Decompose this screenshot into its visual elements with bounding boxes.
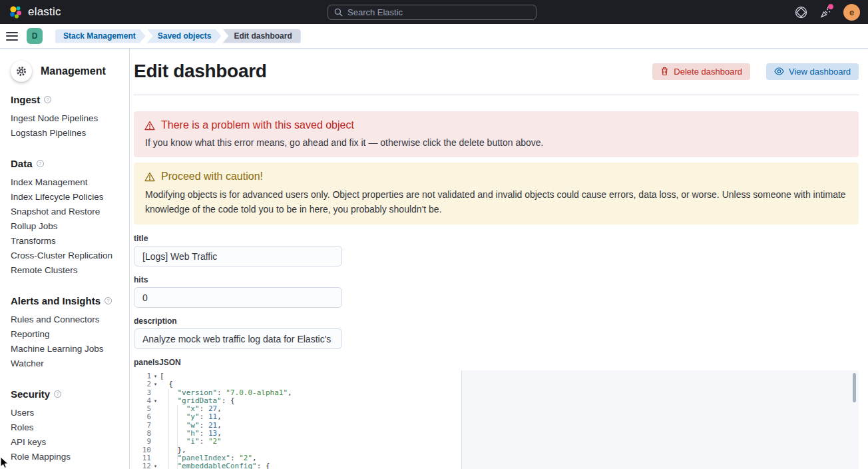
sidebar-section-heading: Ingest? <box>11 94 122 105</box>
mouse-cursor <box>0 456 9 469</box>
fold-spacer <box>151 389 160 397</box>
global-search-input[interactable]: Search Elastic <box>327 5 537 20</box>
caution-callout: Proceed with caution! Modifying objects … <box>134 163 859 225</box>
form-row: title <box>134 234 859 266</box>
title-field[interactable] <box>134 246 342 266</box>
fold-spacer <box>151 446 160 454</box>
editor-line: 6 "y": 11, <box>134 413 859 421</box>
line-number: 6 <box>134 413 151 421</box>
fold-spacer <box>151 405 160 413</box>
form-row: hits <box>134 275 859 308</box>
sidebar-item-users[interactable]: Users <box>11 406 122 420</box>
search-placeholder: Search Elastic <box>347 7 403 17</box>
line-number: 2 <box>134 380 151 388</box>
sidebar-item-rollup-jobs[interactable]: Rollup Jobs <box>11 219 122 234</box>
editor-line: 5 "x": 27, <box>134 405 859 413</box>
header-divider <box>134 95 859 95</box>
delete-dashboard-button[interactable]: Delete dashboard <box>652 63 750 80</box>
fold-arrow-icon[interactable]: ▾ <box>151 380 160 388</box>
editor-line: 1▾[ <box>134 372 859 380</box>
elastic-home-link[interactable]: elastic <box>8 5 61 19</box>
help-ring-icon: ? <box>37 160 44 167</box>
breadcrumb-item: Edit dashboard <box>222 29 300 43</box>
search-icon <box>334 8 343 17</box>
help-ring-icon: ? <box>44 96 51 103</box>
breadcrumb-item[interactable]: Saved objects <box>147 29 222 43</box>
sidebar-item-api-keys[interactable]: API keys <box>11 435 122 450</box>
sidebar-section: Alerts and Insights?Rules and Connectors… <box>11 295 122 371</box>
sidebar-item-rules-and-connectors[interactable]: Rules and Connectors <box>11 312 122 327</box>
gear-icon <box>11 61 32 82</box>
description-label: description <box>134 316 859 326</box>
sidebar-item-transforms[interactable]: Transforms <box>11 234 122 248</box>
hits-field[interactable] <box>134 287 342 308</box>
panels-json-editor[interactable]: 1▾[2▾ {3 "version": "7.0.0-alpha1",4▾ "g… <box>134 370 859 469</box>
sidebar-item-cross-cluster-replication[interactable]: Cross-Cluster Replication <box>11 248 122 263</box>
error-callout-title: There is a problem with this saved objec… <box>161 119 354 131</box>
editor-line: 8 "h": 13, <box>134 430 859 438</box>
page-title: Edit dashboard <box>134 61 267 82</box>
sidebar-item-watcher[interactable]: Watcher <box>11 356 122 371</box>
user-avatar[interactable]: e <box>843 4 860 21</box>
deployment-icon[interactable] <box>794 5 807 19</box>
fold-spacer <box>151 438 160 446</box>
editor-scrollbar[interactable] <box>853 373 856 402</box>
elastic-logo-icon <box>8 5 23 19</box>
sidebar-item-roles[interactable]: Roles <box>11 420 122 435</box>
sidebar-item-role-mappings[interactable]: Role Mappings <box>11 450 122 464</box>
help-ring-icon: ? <box>105 297 112 304</box>
management-sidebar: Management Ingest?Ingest Node PipelinesL… <box>0 49 130 469</box>
top-header: elastic Search Elastic <box>0 0 868 24</box>
space-avatar[interactable]: D <box>27 28 43 44</box>
help-ring-icon: ? <box>54 390 61 398</box>
sidebar-item-machine-learning-jobs[interactable]: Machine Learning Jobs <box>11 342 122 356</box>
sidebar-item-snapshot-and-restore[interactable]: Snapshot and Restore <box>11 205 122 219</box>
error-callout-body: If you know what this error means, go ah… <box>144 136 848 149</box>
warning-icon <box>144 121 155 131</box>
sidebar-item-index-lifecycle-policies[interactable]: Index Lifecycle Policies <box>11 190 122 205</box>
error-callout: There is a problem with this saved objec… <box>134 111 859 157</box>
sidebar-item-remote-clusters[interactable]: Remote Clusters <box>11 263 122 278</box>
editor-line: 9 "i": "2" <box>134 438 859 446</box>
sidebar-title: Management <box>41 65 106 77</box>
view-dashboard-label: View dashboard <box>789 67 851 77</box>
panels-json-label: panelsJSON <box>134 358 859 367</box>
editor-line: 3 "version": "7.0.0-alpha1", <box>134 389 859 397</box>
form-row: description <box>134 316 859 349</box>
newsfeed-icon[interactable] <box>819 5 832 19</box>
description-field[interactable] <box>134 328 342 349</box>
saved-object-form: titlehitsdescription <box>134 234 859 349</box>
sidebar-item-ingest-node-pipelines[interactable]: Ingest Node Pipelines <box>11 111 122 126</box>
menu-icon[interactable] <box>6 32 18 41</box>
caution-callout-title: Proceed with caution! <box>161 171 263 183</box>
line-number: 9 <box>134 438 151 446</box>
editor-line: 4▾ "gridData": { <box>134 397 859 405</box>
breadcrumb-bar: D Stack ManagementSaved objectsEdit dash… <box>0 24 868 49</box>
sidebar-item-reporting[interactable]: Reporting <box>11 327 122 342</box>
fold-spacer <box>151 430 160 438</box>
caution-callout-body: Modifying objects is for advanced users … <box>144 187 848 217</box>
trash-icon <box>660 67 669 76</box>
hits-label: hits <box>134 275 859 284</box>
breadcrumb-item[interactable]: Stack Management <box>55 29 146 43</box>
fold-spacer <box>151 454 160 462</box>
warning-icon <box>144 172 155 182</box>
fold-spacer <box>151 413 160 421</box>
brand-name: elastic <box>28 5 61 19</box>
fold-arrow-icon[interactable]: ▾ <box>151 462 160 469</box>
sidebar-section-heading: Alerts and Insights? <box>11 295 122 306</box>
main-content: Edit dashboard Delete dashboard <box>130 49 868 469</box>
editor-line: 7 "w": 21, <box>134 422 859 430</box>
fold-arrow-icon[interactable]: ▾ <box>151 397 160 405</box>
sidebar-section-heading: Security? <box>11 388 122 400</box>
sidebar-item-logstash-pipelines[interactable]: Logstash Pipelines <box>11 126 122 141</box>
sidebar-item-index-management[interactable]: Index Management <box>11 175 122 190</box>
fold-arrow-icon[interactable]: ▾ <box>151 372 160 380</box>
title-label: title <box>134 234 859 243</box>
space-avatar-initial: D <box>32 31 38 41</box>
sidebar-section: Ingest?Ingest Node PipelinesLogstash Pip… <box>11 94 122 141</box>
view-dashboard-button[interactable]: View dashboard <box>766 63 859 80</box>
sidebar-section: Data?Index ManagementIndex Lifecycle Pol… <box>11 158 122 278</box>
line-number: 12 <box>134 462 151 469</box>
sidebar-section: Security?UsersRolesAPI keysRole Mappings <box>11 388 122 464</box>
